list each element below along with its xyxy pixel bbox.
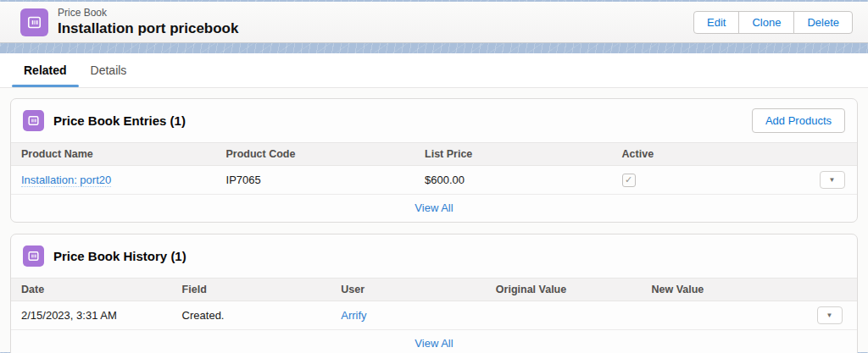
col-header-new-value: New Value — [641, 279, 810, 301]
original-value-cell — [486, 301, 642, 330]
history-card-title: Price Book History (1) — [53, 249, 845, 263]
row-actions-dropdown-icon[interactable]: ▼ — [817, 306, 843, 324]
col-header-row-actions — [815, 143, 857, 166]
entries-view-all-link[interactable]: View All — [415, 201, 453, 214]
record-action-group: Edit Clone Delete — [693, 11, 853, 34]
col-header-user: User — [331, 279, 486, 301]
col-header-date: Date — [11, 279, 172, 301]
active-checkbox: ✓ — [622, 174, 636, 187]
col-header-row-actions — [810, 279, 857, 301]
related-content: Price Book Entries (1) Add Products Prod… — [0, 88, 868, 352]
pricebook-icon — [23, 110, 44, 131]
entity-label: Price Book — [58, 7, 693, 19]
col-header-product-code: Product Code — [216, 143, 415, 166]
user-link[interactable]: Arrify — [341, 309, 366, 322]
history-view-all-link[interactable]: View All — [415, 337, 453, 350]
history-table: Date Field User Original Value New Value… — [11, 278, 857, 330]
field-cell: Created. — [172, 301, 331, 330]
col-header-field: Field — [172, 279, 331, 301]
entries-card-title: Price Book Entries (1) — [53, 113, 752, 128]
new-value-cell — [641, 301, 810, 330]
page-title: Installation port pricebook — [58, 19, 693, 37]
edit-button[interactable]: Edit — [693, 11, 739, 34]
background-pattern-strip — [0, 43, 868, 53]
pricebook-icon — [20, 8, 48, 36]
table-row: 2/15/2023, 3:31 AM Created. Arrify ▼ — [11, 301, 857, 330]
clone-button[interactable]: Clone — [738, 11, 794, 34]
record-tabbar: Related Details — [0, 53, 868, 88]
delete-button[interactable]: Delete — [793, 11, 853, 34]
price-book-history-card: Price Book History (1) Date Field User O… — [10, 234, 858, 353]
tab-related[interactable]: Related — [12, 53, 79, 87]
col-header-original-value: Original Value — [486, 279, 642, 301]
pricebook-icon — [23, 245, 44, 267]
date-cell: 2/15/2023, 3:31 AM — [11, 301, 172, 330]
tab-details[interactable]: Details — [79, 53, 139, 87]
col-header-product-name: Product Name — [11, 143, 216, 166]
record-header: Price Book Installation port pricebook E… — [0, 2, 868, 43]
col-header-active: Active — [612, 143, 816, 166]
price-book-entries-card: Price Book Entries (1) Add Products Prod… — [10, 98, 858, 223]
product-name-link[interactable]: Installation: port20 — [21, 174, 111, 187]
row-actions-dropdown-icon[interactable]: ▼ — [820, 171, 845, 189]
entries-table: Product Name Product Code List Price Act… — [11, 142, 857, 195]
table-row: Installation: port20 IP7065 $600.00 ✓ ▼ — [11, 166, 857, 195]
list-price-cell: $600.00 — [415, 166, 612, 195]
col-header-list-price: List Price — [415, 143, 612, 166]
add-products-button[interactable]: Add Products — [752, 108, 845, 133]
product-code-cell: IP7065 — [216, 166, 415, 195]
